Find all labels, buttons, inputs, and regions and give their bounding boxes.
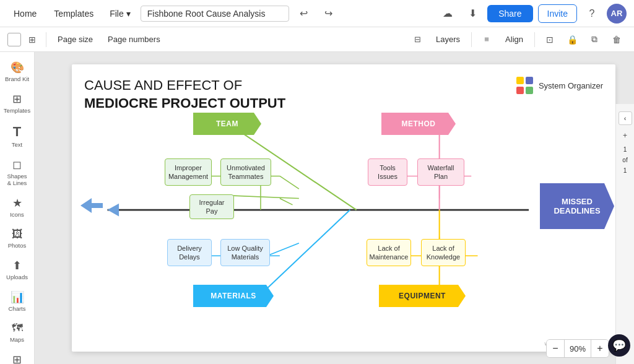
icons-label: Icons [10, 211, 24, 218]
of-label: of [622, 157, 627, 163]
cause-lack-knowledge: Lack ofKnowledge [421, 239, 466, 266]
chat-icon: 💬 [612, 339, 626, 352]
brand-kit-icon: 🎨 [11, 61, 24, 74]
user-avatar[interactable]: AR [607, 4, 627, 24]
layers-icon[interactable]: ⊟ [407, 30, 427, 50]
effect-label: MISSEDDEADLINES [554, 197, 600, 215]
spine-left-arrow [80, 194, 103, 217]
logo-sq-blue [526, 77, 533, 84]
page-numbers-button[interactable]: Page numbers [102, 32, 167, 46]
maps-icon: 🗺 [12, 322, 23, 335]
cause-low-quality-materials: Low QualityMaterials [220, 239, 270, 266]
sidebar-item-charts[interactable]: 📊 Charts [2, 287, 32, 316]
align-button[interactable]: Align [499, 32, 529, 46]
cause-irregular-pay: IrregularPay [189, 194, 234, 219]
title-line2: MEDIOCRE PROJECT OUTPUT [84, 95, 603, 113]
total-pages: 1 [623, 167, 627, 174]
icons-icon: ★ [12, 196, 22, 210]
sidebar-item-shapes[interactable]: ◻ Shapes & Lines [2, 154, 32, 190]
cause-tools-issues: ToolsIssues [368, 158, 407, 186]
sidebar-item-qr[interactable]: ⊞ QR Code [2, 349, 32, 364]
redo-button[interactable]: ↪ [319, 4, 339, 24]
canvas-page[interactable]: CAUSE AND EFFECT OF MEDIOCRE PROJECT OUT… [72, 64, 615, 352]
chat-bubble[interactable]: 💬 [608, 334, 630, 357]
select-all-checkbox[interactable] [7, 33, 21, 46]
page-size-button[interactable]: Page size [51, 32, 99, 46]
cloud-icon[interactable]: ☁ [438, 4, 458, 24]
logo-sq-red [516, 87, 524, 94]
diagram-container: CAUSE AND EFFECT OF MEDIOCRE PROJECT OUT… [72, 64, 615, 352]
sidebar-item-text[interactable]: T Text [2, 120, 32, 152]
shapes-label: Shapes & Lines [5, 173, 30, 186]
right-panel: ‹ + 1 of 1 [615, 104, 634, 364]
title-line1: CAUSE AND EFFECT OF [84, 77, 242, 93]
sidebar-item-photos[interactable]: 🖼 Photos [2, 224, 32, 253]
svg-line-7 [280, 199, 293, 205]
sidebar-item-uploads[interactable]: ⬆ Uploads [2, 255, 32, 284]
help-button[interactable]: ? [582, 4, 602, 24]
undo-button[interactable]: ↩ [294, 4, 314, 24]
delete-icon[interactable]: 🗑 [607, 30, 627, 50]
svg-marker-17 [80, 198, 103, 213]
uploads-label: Uploads [6, 274, 28, 280]
share-button[interactable]: Share [487, 5, 532, 22]
cause-lack-maintenance: Lack ofMaintenance [367, 239, 411, 266]
category-team: TEAM [193, 113, 261, 135]
cause-waterfall-plan: WaterfallPlan [417, 158, 464, 186]
nav-templates[interactable]: Templates [48, 6, 100, 21]
svg-line-4 [280, 176, 299, 189]
file-label: File [110, 9, 124, 19]
layers-button[interactable]: Layers [430, 32, 466, 46]
shapes-icon: ◻ [12, 158, 22, 171]
zoom-in-button[interactable]: + [591, 340, 609, 357]
left-sidebar: 🎨 Brand Kit ⊞ Templates T Text ◻ Shapes … [0, 52, 35, 364]
qr-icon: ⊞ [12, 353, 22, 364]
templates-label: Templates [4, 107, 30, 114]
cause-unmotivated-teammates: UnmotivatedTeammates [220, 158, 271, 186]
canvas-area: CAUSE AND EFFECT OF MEDIOCRE PROJECT OUT… [35, 52, 634, 364]
text-icon: T [13, 124, 21, 140]
uploads-icon: ⬆ [12, 259, 22, 272]
zoom-bar: − 90% + [546, 339, 609, 358]
toolbar-separator-2 [471, 32, 472, 47]
undo-icon: ↩ [300, 7, 308, 19]
top-nav: Home Templates File ▾ ↩ ↪ ☁ ⬇ Share Invi… [0, 0, 634, 27]
resize-icon[interactable]: ⊡ [540, 30, 560, 50]
zoom-out-button[interactable]: − [547, 340, 564, 357]
brand-kit-label: Brand Kit [5, 76, 29, 82]
invite-button[interactable]: Invite [538, 4, 577, 23]
logo-squares [516, 77, 534, 94]
toolbar-separator-1 [46, 32, 46, 47]
effect-box: MISSEDDEADLINES [540, 183, 614, 229]
logo-name: System Organizer [539, 81, 603, 90]
charts-label: Charts [9, 305, 26, 312]
text-label: Text [12, 141, 22, 148]
category-equipment: EQUIPMENT [379, 285, 466, 307]
sidebar-item-maps[interactable]: 🗺 Maps [2, 318, 32, 347]
lock-icon[interactable]: 🔒 [562, 30, 582, 50]
duplicate-icon[interactable]: ⧉ [584, 30, 604, 50]
logo-sq-yellow [516, 77, 524, 84]
logo-area: System Organizer [516, 77, 603, 94]
templates-icon: ⊞ [12, 92, 22, 106]
sidebar-item-icons[interactable]: ★ Icons [2, 193, 32, 222]
page-number: 1 [623, 146, 627, 153]
nav-home[interactable]: Home [7, 6, 43, 21]
category-method: METHOD [381, 113, 456, 135]
panel-collapse-button[interactable]: ‹ [619, 111, 632, 125]
sidebar-item-brand-kit[interactable]: 🎨 Brand Kit [2, 57, 32, 86]
sidebar-item-templates[interactable]: ⊞ Templates [2, 89, 32, 118]
help-icon: ? [589, 8, 595, 19]
cause-delivery-delays: DeliveryDelays [167, 239, 212, 266]
cause-improper-management: ImproperManagement [165, 158, 212, 186]
nav-file[interactable]: File ▾ [105, 6, 136, 21]
maps-label: Maps [10, 336, 24, 343]
category-materials: MATERIALS [193, 285, 274, 307]
logo-sq-green [526, 87, 533, 94]
download-icon[interactable]: ⬇ [462, 4, 482, 24]
panel-add-icon[interactable]: + [619, 129, 632, 142]
align-icon[interactable]: ≡ [477, 30, 497, 50]
grid-icon[interactable]: ⊞ [24, 31, 41, 48]
svg-marker-1 [107, 204, 119, 217]
document-title-input[interactable] [141, 6, 289, 22]
